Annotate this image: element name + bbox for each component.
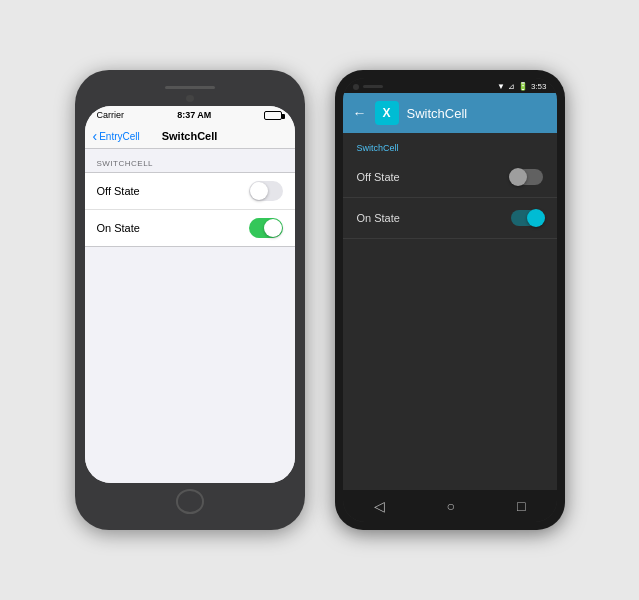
android-screen: ▼ ⊿ 🔋 3:53 ← X SwitchCell SwitchCell Off… <box>343 78 557 522</box>
ios-row-label-off: Off State <box>97 185 140 197</box>
ios-row-label-on: On State <box>97 222 140 234</box>
ios-screen: Carrier 8:37 AM ‹ EntryCell SwitchCell S… <box>85 106 295 483</box>
android-camera-dot <box>353 84 359 90</box>
android-status-bar: ▼ ⊿ 🔋 3:53 <box>343 78 557 93</box>
android-toggle-on[interactable] <box>511 210 543 226</box>
list-item: On State <box>343 198 557 239</box>
ios-toggle-on[interactable] <box>249 218 283 238</box>
android-toolbar: ← X SwitchCell <box>343 93 557 133</box>
android-camera-area <box>353 84 383 90</box>
android-toolbar-title: SwitchCell <box>407 106 468 121</box>
ios-carrier: Carrier <box>97 110 125 120</box>
ios-phone: Carrier 8:37 AM ‹ EntryCell SwitchCell S… <box>75 70 305 530</box>
android-time: 3:53 <box>531 82 547 91</box>
android-nav-recent-icon[interactable]: □ <box>517 498 525 514</box>
ios-back-button[interactable]: ‹ EntryCell <box>93 129 140 143</box>
list-item: Off State <box>343 157 557 198</box>
android-app-icon: X <box>375 101 399 125</box>
ios-camera-dot <box>186 95 194 102</box>
ios-nav-bar: ‹ EntryCell SwitchCell <box>85 124 295 149</box>
android-status-icons: ▼ ⊿ 🔋 3:53 <box>497 82 547 91</box>
android-battery-icon: 🔋 <box>518 82 528 91</box>
android-row-label-off: Off State <box>357 171 400 183</box>
android-toggle-knob-on <box>527 209 545 227</box>
table-row: Off State <box>85 173 295 210</box>
android-content: SwitchCell Off State On State <box>343 133 557 490</box>
android-toggle-off[interactable] <box>511 169 543 185</box>
android-speaker <box>363 85 383 88</box>
ios-back-label: EntryCell <box>99 131 140 142</box>
android-phone: ▼ ⊿ 🔋 3:53 ← X SwitchCell SwitchCell Off… <box>335 70 565 530</box>
android-toggle-knob-off <box>509 168 527 186</box>
ios-battery-icon <box>264 111 282 120</box>
ios-toggle-off[interactable] <box>249 181 283 201</box>
android-signal-icon: ▼ <box>497 82 505 91</box>
android-wifi-icon: ⊿ <box>508 82 515 91</box>
ios-chevron-icon: ‹ <box>93 129 98 143</box>
android-nav-back-icon[interactable]: ◁ <box>374 498 385 514</box>
ios-section-header: SWITCHCELL <box>85 149 295 172</box>
ios-toggle-knob-on <box>264 219 282 237</box>
ios-speaker <box>165 86 215 89</box>
android-nav-bar: ◁ ○ □ <box>343 490 557 522</box>
android-app-icon-text: X <box>382 106 390 120</box>
table-row: On State <box>85 210 295 246</box>
android-row-label-on: On State <box>357 212 400 224</box>
android-nav-home-icon[interactable]: ○ <box>447 498 455 514</box>
ios-toggle-knob-off <box>250 182 268 200</box>
ios-status-bar: Carrier 8:37 AM <box>85 106 295 124</box>
android-section-label: SwitchCell <box>343 133 557 157</box>
ios-time: 8:37 AM <box>177 110 211 120</box>
ios-content: SWITCHCELL Off State On State <box>85 149 295 483</box>
ios-table-group: Off State On State <box>85 172 295 247</box>
android-back-button[interactable]: ← <box>353 105 367 121</box>
ios-home-button[interactable] <box>176 489 204 514</box>
ios-nav-title: SwitchCell <box>162 130 218 142</box>
